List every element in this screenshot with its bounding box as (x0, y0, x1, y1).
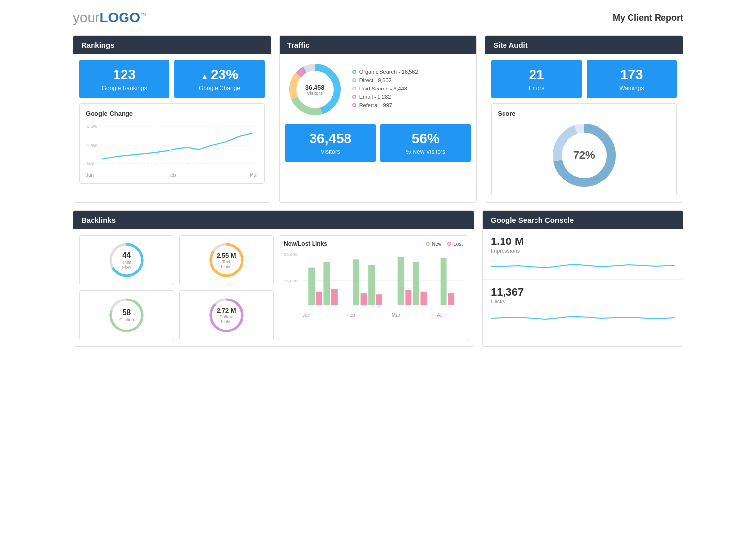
new-visitors-box: 56% % New Visitors (380, 124, 471, 162)
traffic-section: Traffic (279, 35, 477, 203)
svg-rect-40 (448, 293, 454, 305)
main-grid: Rankings 123 Google Rankings 23% Google … (73, 35, 683, 203)
svg-text:1,500: 1,500 (87, 124, 97, 129)
bar-chart-area: 50,000 25,000 (284, 251, 463, 310)
gsc-body: 1.10 M Impressions 11,367 Clicks (483, 229, 683, 330)
impressions-label: Impressions (491, 248, 675, 254)
line-chart: 1,500 1,500 500 (86, 121, 258, 170)
visitors-box: 36,458 Visitors (285, 124, 376, 162)
errors-label: Errors (496, 85, 576, 91)
backlinks-circles-left: 44 Trust Flow 58 (79, 235, 174, 340)
google-change-box: 23% Google Change (174, 60, 264, 98)
legend-dot-new (426, 242, 430, 246)
site-audit-stat-boxes: 21 Errors 173 Warnings (491, 60, 677, 98)
svg-text:25,000: 25,000 (284, 279, 298, 283)
site-audit-header: Site Audit (485, 36, 683, 54)
logo-tm: ™ (140, 12, 146, 19)
citation-label: Citation (119, 317, 134, 322)
svg-rect-28 (316, 292, 322, 305)
backlinks-circles-right: 2.55 M Text Links 2.72 M (179, 235, 274, 340)
trust-flow-stat: 44 Trust Flow (79, 235, 174, 285)
visitors-label: Visitors (290, 149, 371, 155)
legend-dot-referral (352, 103, 356, 107)
legend-item-paid: Paid Search - 6,448 (352, 86, 418, 91)
citation-value: 58 (119, 308, 134, 317)
google-rankings-label: Google Rankings (84, 85, 164, 91)
text-links-stat: 2.55 M Text Links (179, 235, 274, 285)
text-links-value: 2.55 M (217, 252, 236, 259)
clicks-sparkline (491, 307, 675, 324)
rankings-stat-boxes: 123 Google Rankings 23% Google Change (79, 60, 265, 98)
svg-rect-30 (331, 289, 338, 305)
follow-links-label: Follow Links (217, 314, 236, 324)
legend-item-referral: Referral - 997 (352, 102, 418, 108)
follow-links-stat: 2.72 M Follow Links (179, 290, 274, 340)
svg-text:1,500: 1,500 (87, 143, 97, 148)
traffic-donut-row: 36,458 Visitors Organic Search - 16,562 … (285, 60, 471, 119)
citation-stat: 58 Citation (79, 290, 174, 340)
rankings-section: Rankings 123 Google Rankings 23% Google … (73, 35, 271, 203)
page-header: yourLOGO™ My Client Report (73, 10, 683, 26)
impressions-sparkline (491, 257, 675, 273)
traffic-header: Traffic (280, 36, 477, 54)
site-audit-body: 21 Errors 173 Warnings Score (485, 54, 683, 202)
rankings-header: Rankings (73, 36, 271, 54)
legend-new-label: New (432, 241, 441, 247)
trust-flow-label: Trust Flow (117, 260, 136, 270)
svg-rect-29 (323, 262, 330, 305)
clicks-value: 11,367 (491, 286, 675, 299)
legend-dot-organic (352, 70, 356, 74)
legend-dot-direct (352, 78, 356, 82)
donut-center: 36,458 Visitors (305, 84, 325, 96)
legend-dot-lost (447, 242, 451, 246)
new-visitors-value: 56% (385, 131, 466, 147)
trust-flow-value: 44 (117, 251, 136, 260)
errors-box: 21 Errors (491, 60, 581, 98)
score-box: Score 72% (491, 103, 677, 196)
svg-rect-34 (376, 294, 382, 305)
impressions-stat: 1.10 M Impressions (483, 229, 683, 280)
gsc-section: Google Search Console 1.10 M Impressions… (482, 210, 683, 347)
score-center-value: 72% (573, 149, 595, 162)
visitors-value: 36,458 (290, 131, 371, 147)
follow-links-value: 2.72 M (217, 307, 236, 314)
svg-rect-33 (368, 265, 375, 305)
bar-chart-svg: 50,000 25,000 (284, 251, 463, 310)
score-donut: 72% (550, 121, 619, 190)
impressions-value: 1.10 M (491, 235, 675, 248)
warnings-box: 173 Warnings (587, 60, 677, 98)
backlinks-body: 44 Trust Flow 58 (73, 229, 474, 346)
legend-lost-label: Lost (453, 241, 463, 247)
donut-label: Visitors (305, 91, 325, 96)
warnings-value: 173 (592, 67, 672, 83)
svg-rect-39 (441, 258, 447, 305)
svg-rect-35 (398, 257, 404, 305)
clicks-label: Clicks (491, 299, 675, 304)
google-change-label: Google Change (179, 85, 259, 91)
new-lost-links-chart: New/Lost Links New Lost (279, 235, 468, 340)
donut-value: 36,458 (305, 84, 325, 91)
chart-x-labels: Jan Feb Mar (86, 172, 258, 178)
legend-dot-paid (352, 87, 356, 90)
text-links-label: Text Links (217, 259, 236, 269)
traffic-donut: 36,458 Visitors (285, 60, 345, 119)
bar-chart-x-labels: Jan Feb Mar Apr (284, 312, 463, 318)
new-visitors-label: % New Visitors (385, 149, 466, 155)
google-change-chart-box: Google Change 1,500 1,500 500 (79, 103, 265, 184)
text-links-ring: 2.55 M Text Links (207, 240, 246, 280)
logo-bold: LOGO (99, 10, 140, 25)
google-rankings-value: 123 (84, 67, 164, 83)
svg-rect-27 (308, 268, 315, 305)
follow-links-ring: 2.72 M Follow Links (207, 296, 246, 335)
citation-ring: 58 Citation (107, 296, 146, 335)
warnings-label: Warnings (592, 85, 672, 91)
svg-text:50,000: 50,000 (284, 252, 298, 256)
svg-rect-36 (405, 290, 411, 305)
logo: yourLOGO™ (73, 10, 146, 26)
line-chart-svg: 1,500 1,500 500 (86, 121, 258, 170)
svg-rect-37 (413, 262, 419, 305)
site-audit-section: Site Audit 21 Errors 173 Warnings Score (485, 35, 683, 203)
backlinks-inner: 44 Trust Flow 58 (79, 235, 468, 340)
legend-item-organic: Organic Search - 16,562 (352, 69, 418, 75)
errors-value: 21 (496, 67, 576, 83)
